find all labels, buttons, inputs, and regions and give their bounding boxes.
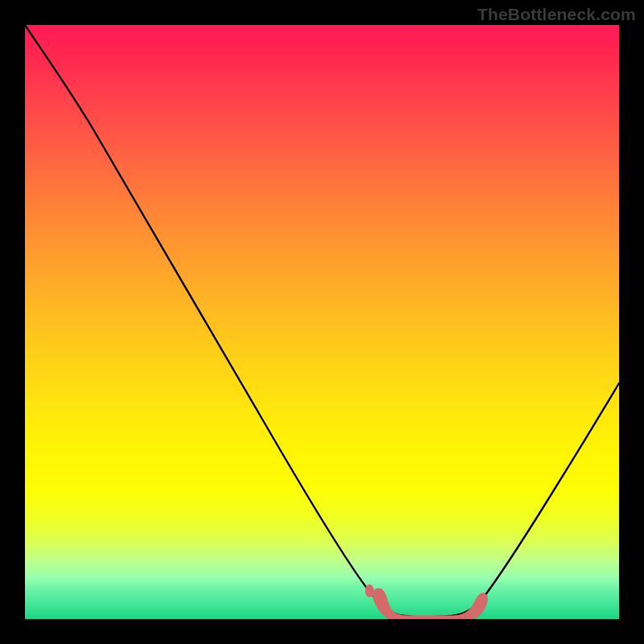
plot-area (25, 25, 619, 619)
chart-frame: TheBottleneck.com (0, 0, 644, 644)
watermark-text: TheBottleneck.com (477, 5, 636, 24)
optimal-marker-dot (365, 584, 374, 597)
curve-layer (25, 25, 619, 619)
optimal-marker (373, 588, 488, 619)
bottleneck-curve (25, 25, 619, 617)
